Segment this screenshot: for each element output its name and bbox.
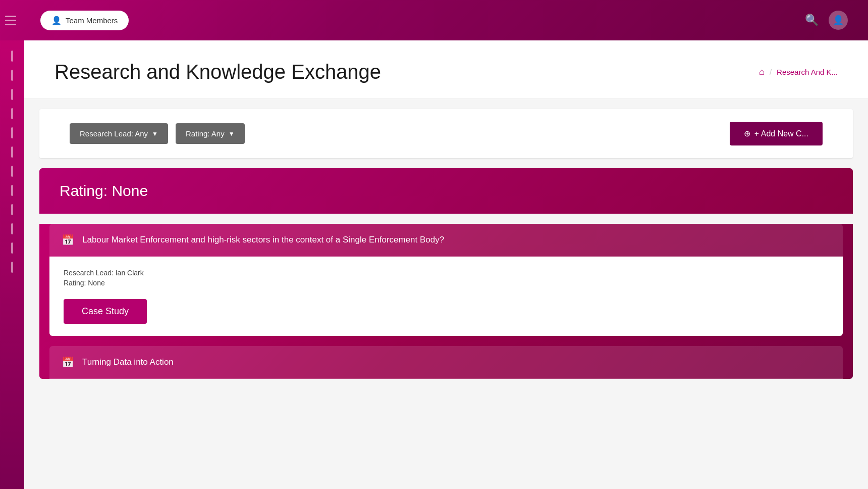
- breadcrumb-home-icon[interactable]: ⌂: [759, 67, 765, 77]
- case-study-label: Case Study: [82, 306, 129, 316]
- research-lead-filter-label: Research Lead: Any: [80, 129, 148, 138]
- breadcrumb-separator: /: [770, 68, 772, 76]
- breadcrumb: ⌂ / Research And K...: [759, 67, 838, 77]
- team-members-button[interactable]: 👤 Team Members: [40, 11, 129, 30]
- sidebar-icon-2[interactable]: [11, 70, 13, 81]
- rating-header: Rating: None: [39, 168, 853, 214]
- sidebar: [0, 40, 24, 489]
- filter-bar: Research Lead: Any ▼ Rating: Any ▼ ⊕ + A…: [39, 109, 853, 158]
- sidebar-icon-1[interactable]: [11, 51, 13, 62]
- rating-heading: Rating: None: [60, 182, 833, 200]
- sidebar-icon-8[interactable]: [11, 185, 13, 196]
- search-icon: 🔍: [805, 14, 819, 26]
- sidebar-icon-10[interactable]: [11, 223, 13, 234]
- navbar-left: 👤 Team Members: [20, 11, 129, 30]
- sidebar-icon-12[interactable]: [11, 262, 13, 273]
- navbar: 👤 Team Members 🔍 👤: [0, 0, 868, 40]
- case-study-button[interactable]: Case Study: [64, 299, 147, 324]
- rating-value: Rating: None: [64, 279, 829, 287]
- page-header: Research and Knowledge Exchange ⌂ / Rese…: [24, 40, 868, 99]
- calendar-icon: 📅: [62, 234, 74, 246]
- add-new-label: + Add New C...: [754, 129, 808, 138]
- main-layout: Research and Knowledge Exchange ⌂ / Rese…: [0, 40, 868, 489]
- research-card-1: 📅 Labour Market Enforcement and high-ris…: [49, 224, 843, 336]
- research-card-2-header: 📅 Turning Data into Action: [49, 346, 843, 379]
- rating-filter-label: Rating: Any: [186, 129, 225, 138]
- hamburger-line-2: [5, 20, 16, 21]
- research-meta: Research Lead: Ian Clark Rating: None: [64, 269, 829, 287]
- sidebar-icon-6[interactable]: [11, 146, 13, 158]
- sidebar-icon-4[interactable]: [11, 108, 13, 119]
- chevron-down-icon: ▼: [152, 130, 158, 137]
- sidebar-icon-11[interactable]: [11, 242, 13, 254]
- sidebar-icon-9[interactable]: [11, 204, 13, 215]
- research-cards-container: 📅 Labour Market Enforcement and high-ris…: [39, 224, 853, 379]
- hamburger-line-1: [5, 16, 16, 17]
- sidebar-icon-5[interactable]: [11, 127, 13, 138]
- navbar-right: 🔍 👤: [805, 11, 848, 30]
- research-card-1-title: Labour Market Enforcement and high-risk …: [82, 234, 444, 246]
- plus-icon: ⊕: [744, 129, 750, 138]
- research-card-2-title: Turning Data into Action: [82, 356, 174, 368]
- filter-buttons: Research Lead: Any ▼ Rating: Any ▼: [70, 123, 245, 144]
- research-lead-value: Research Lead: Ian Clark: [64, 269, 829, 277]
- avatar[interactable]: 👤: [829, 11, 848, 30]
- breadcrumb-current: Research And K...: [777, 68, 838, 76]
- research-card-2: 📅 Turning Data into Action: [49, 346, 843, 379]
- sidebar-icon-7[interactable]: [11, 166, 13, 177]
- team-members-label: Team Members: [66, 16, 118, 25]
- sidebar-icon-3[interactable]: [11, 89, 13, 100]
- hamburger-line-3: [5, 24, 16, 25]
- user-icon: 👤: [51, 16, 62, 25]
- rating-filter[interactable]: Rating: Any ▼: [176, 123, 245, 144]
- search-button[interactable]: 🔍: [805, 14, 819, 27]
- research-card-1-body: Research Lead: Ian Clark Rating: None Ca…: [49, 257, 843, 336]
- page-title: Research and Knowledge Exchange: [55, 61, 381, 83]
- research-lead-filter[interactable]: Research Lead: Any ▼: [70, 123, 168, 144]
- content-area: Research and Knowledge Exchange ⌂ / Rese…: [24, 40, 868, 489]
- avatar-icon: 👤: [833, 15, 844, 26]
- research-card-1-header: 📅 Labour Market Enforcement and high-ris…: [49, 224, 843, 257]
- add-new-button[interactable]: ⊕ + Add New C...: [730, 122, 823, 145]
- calendar-icon-2: 📅: [62, 356, 74, 368]
- sidebar-toggle[interactable]: [0, 0, 18, 40]
- chevron-down-icon-2: ▼: [229, 130, 235, 137]
- rating-section: Rating: None 📅 Labour Market Enforcement…: [39, 168, 853, 379]
